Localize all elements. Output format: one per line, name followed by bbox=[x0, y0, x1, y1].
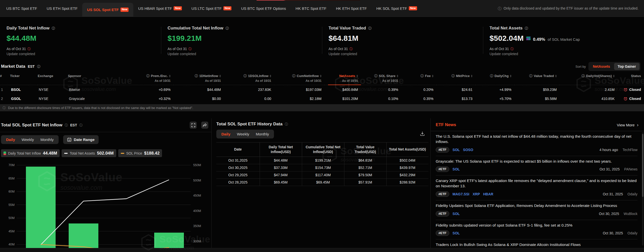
nav-tab-us-btc-spot-etf[interactable]: US BTC Spot ETF bbox=[2, 0, 42, 17]
history-row-oct-29-2025[interactable]: Oct 29,2025$47.94M$117.40M$79.50M$432.29… bbox=[216, 171, 428, 178]
nav-tab-us-btc-spot-etf-options[interactable]: US BTC Spot ETF Options bbox=[236, 0, 291, 17]
market-table-row-gsol[interactable]: 2GSOLNYSEGrayscale+0.32%$0.000.00$2.18M$… bbox=[0, 94, 644, 103]
info-icon[interactable]: ⓘ bbox=[52, 27, 55, 30]
alert-info-icon[interactable]: ⓘ bbox=[349, 47, 353, 51]
info-icon[interactable]: ⓘ bbox=[368, 27, 372, 30]
sort-caret-icon[interactable] bbox=[510, 75, 511, 77]
coin-tag-sol[interactable]: SOL bbox=[453, 148, 460, 152]
info-icon[interactable]: ⓘ bbox=[195, 74, 198, 78]
news-item-3[interactable]: Canary XRP spot ETF's latest application… bbox=[436, 175, 637, 200]
news-item-2[interactable]: Grayscale: The US Solana spot ETF is exp… bbox=[436, 156, 637, 176]
info-icon[interactable]: ⓘ bbox=[37, 65, 41, 68]
etf-tag[interactable]: #ETF bbox=[436, 166, 449, 172]
info-icon[interactable]: ⓘ bbox=[529, 74, 533, 78]
info-icon[interactable]: ⓘ bbox=[244, 74, 247, 78]
info-icon[interactable]: ⓘ bbox=[292, 74, 296, 78]
market-data-table: #TickerExchangeSponsorⓘPrem./Dsc.As of 1… bbox=[0, 73, 644, 103]
sort-caret-icon[interactable] bbox=[320, 75, 321, 77]
sort-option-netassets[interactable]: NetAssets bbox=[589, 63, 614, 70]
coin-tag-sol[interactable]: SOL bbox=[453, 231, 460, 235]
sort-caret-icon[interactable] bbox=[555, 75, 557, 77]
sort-caret-icon[interactable] bbox=[169, 75, 171, 77]
market-table-row-bsol[interactable]: 1BSOLNYSEBitwise+0.69%$44.48M237.83K$197… bbox=[0, 85, 644, 94]
history-row-oct-30-2025[interactable]: Oct 30,2025$37.33M$154.73M$52.71M$439.97… bbox=[216, 164, 428, 171]
history-tab-weekly[interactable]: Weekly bbox=[234, 132, 253, 136]
news-item-1[interactable]: The U.S. Solana spot ETF had a total net… bbox=[436, 131, 637, 156]
info-icon[interactable]: ⓘ bbox=[421, 74, 424, 78]
column-header-value-traded[interactable]: ⓘValue Traded bbox=[514, 73, 560, 85]
info-icon[interactable]: ⓘ bbox=[452, 74, 455, 78]
history-tab-daily[interactable]: Daily bbox=[218, 132, 234, 136]
coin-tag-xrp[interactable]: XRP bbox=[473, 192, 480, 196]
stat-card-3: Total Value Tradedⓘ$64.81MAs of Oct 31ⓘU… bbox=[322, 17, 483, 60]
news-item-6[interactable]: Traders Lock In Bullish Swing As Solana … bbox=[436, 239, 637, 247]
alert-info-icon[interactable]: ⓘ bbox=[510, 47, 514, 51]
sort-caret-icon[interactable] bbox=[356, 75, 358, 77]
download-button[interactable] bbox=[420, 131, 425, 137]
view-more-button[interactable]: View More › bbox=[617, 122, 638, 128]
coin-tag-soso[interactable]: SOSO bbox=[463, 148, 473, 152]
etf-tag[interactable]: #ETF bbox=[436, 230, 449, 236]
info-icon[interactable]: ⓘ bbox=[374, 74, 378, 78]
column-header-cumnetinflow[interactable]: ⓘCumNetInflowAs of 10/31 bbox=[274, 73, 325, 85]
nav-tab-hk-sol-spot-etf[interactable]: HK SOL Spot ETFNew bbox=[372, 0, 422, 17]
column-header-netassets[interactable]: NetAssetsAs of 10/31 bbox=[325, 73, 361, 85]
date-range-button[interactable]: 12 Date Range bbox=[63, 135, 99, 144]
chart-tab-daily[interactable]: Daily bbox=[3, 137, 18, 142]
inflow-bar-oct-28-2025[interactable] bbox=[26, 167, 56, 248]
column-header-fee[interactable]: ⓘFee bbox=[401, 73, 436, 85]
history-row-oct-28-2025[interactable]: Oct 28,2025$69.45M$69.45M$57.91M$288.92M bbox=[216, 178, 428, 186]
column-header-prem-dsc-[interactable]: ⓘPrem./Dsc.As of 10/31 bbox=[108, 73, 174, 85]
nav-tab-hk-btc-spot-etf[interactable]: HK BTC Spot ETF bbox=[291, 0, 331, 17]
chart-tab-weekly[interactable]: Weekly bbox=[18, 137, 37, 142]
coin-tag-mag7-ssi[interactable]: MAG7.SSI bbox=[453, 192, 469, 196]
column-header-dailychg[interactable]: ⓘDailyChg bbox=[475, 73, 514, 85]
nav-tab-us-eth-spot-etf[interactable]: US ETH Spot ETF bbox=[42, 0, 83, 17]
sort-caret-icon[interactable] bbox=[613, 75, 615, 77]
info-icon[interactable]: ⓘ bbox=[79, 124, 83, 127]
chart-tab-monthly[interactable]: Monthly bbox=[37, 137, 57, 142]
news-item-5[interactable]: Fidelity submits updated version of spot… bbox=[436, 220, 637, 240]
column-header-1dnetinflow[interactable]: ⓘ1DNetInflowAs of 10/31 bbox=[174, 73, 224, 85]
net-inflow-chart[interactable]: 70M65M60M55M50M45M40M550M500M450M400M350… bbox=[0, 154, 212, 248]
nav-tab-hk-eth-spot-etf[interactable]: HK ETH Spot ETF bbox=[331, 0, 372, 17]
info-icon[interactable]: ⓘ bbox=[525, 27, 528, 30]
coin-tag-hbar[interactable]: HBAR bbox=[483, 192, 493, 196]
sort-option-top-gainer[interactable]: Top Gainer bbox=[614, 63, 639, 70]
sort-caret-icon[interactable] bbox=[471, 75, 472, 77]
inflow-bar-oct-31-2025[interactable] bbox=[154, 233, 184, 248]
etf-tag[interactable]: #ETF bbox=[436, 211, 449, 217]
nav-tab-us-sol-spot-etf[interactable]: US SOL Spot ETFNew bbox=[82, 3, 133, 17]
info-icon[interactable]: ⓘ bbox=[490, 74, 493, 78]
news-item-4[interactable]: Fidelity Updates Spot Solana ETF Applica… bbox=[436, 200, 637, 220]
column-header-mktprice[interactable]: ⓘMktPrice bbox=[436, 73, 475, 85]
info-icon[interactable]: ⓘ bbox=[582, 74, 585, 78]
info-icon: ⓘ bbox=[3, 106, 6, 110]
info-icon[interactable]: ⓘ bbox=[285, 123, 288, 126]
inflow-bar-oct-29-2025[interactable] bbox=[69, 224, 98, 248]
column-header-dailyvol-shares-[interactable]: ⓘDailyVol(Shares) bbox=[560, 73, 618, 85]
scrollbar-thumb[interactable] bbox=[642, 134, 643, 197]
alert-info-icon[interactable]: ⓘ bbox=[27, 47, 31, 51]
sort-caret-icon[interactable] bbox=[397, 75, 398, 77]
info-icon[interactable]: ⓘ bbox=[146, 74, 150, 78]
coin-tag-sol[interactable]: SOL bbox=[453, 212, 460, 216]
sort-caret-icon[interactable] bbox=[270, 75, 271, 77]
column-header-sol-share[interactable]: ⓘSOL ShareAs of 10/31 bbox=[361, 73, 401, 85]
history-tab-monthly[interactable]: Monthly bbox=[253, 132, 272, 136]
info-icon[interactable]: ⓘ bbox=[226, 27, 229, 30]
market-data-title: Market Data EST ⓘ bbox=[1, 64, 41, 69]
etf-tag[interactable]: #ETF bbox=[436, 191, 449, 197]
sort-caret-icon[interactable] bbox=[432, 75, 433, 77]
fullscreen-button[interactable] bbox=[190, 122, 197, 129]
history-row-oct-31-2025[interactable]: Oct 31,2025$44.48M$199.21M$64.81M$502.04… bbox=[216, 157, 428, 164]
alert-info-icon[interactable]: ⓘ bbox=[188, 47, 192, 51]
info-icon[interactable]: ⓘ bbox=[65, 124, 68, 127]
column-header-1dsolinflow[interactable]: ⓘ1DSOLInflowAs of 10/31 bbox=[224, 73, 274, 85]
nav-tab-us-hbar-spot-etf[interactable]: US HBAR Spot ETFNew bbox=[133, 0, 187, 17]
sort-caret-icon[interactable] bbox=[219, 75, 221, 77]
share-button[interactable] bbox=[201, 122, 208, 129]
nav-tab-us-ltc-spot-etf[interactable]: US LTC Spot ETFNew bbox=[187, 0, 236, 17]
coin-tag-sol[interactable]: SOL bbox=[453, 167, 460, 171]
etf-tag[interactable]: #ETF bbox=[436, 147, 449, 153]
